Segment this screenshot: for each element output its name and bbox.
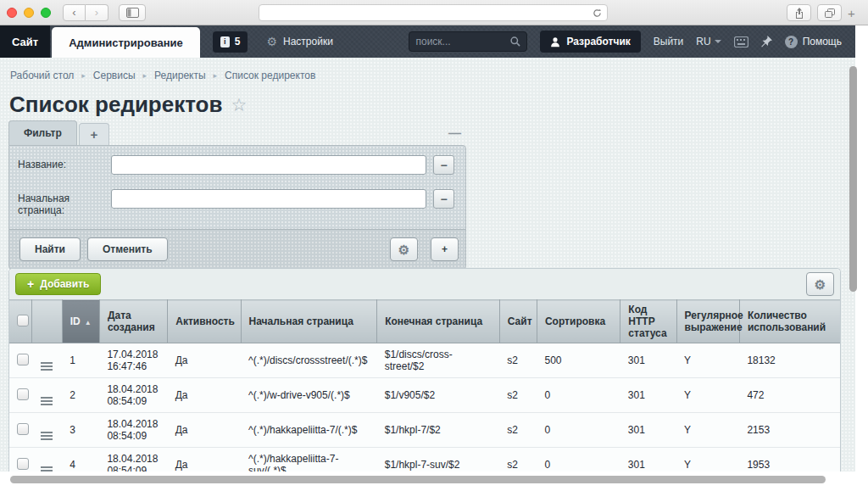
column-header-sort[interactable]: Сортировка (537, 300, 620, 343)
cancel-button[interactable]: Отменить (87, 237, 168, 261)
horizontal-scrollbar-thumb[interactable] (10, 476, 826, 483)
cell-sort: 0 (537, 413, 620, 448)
help-icon: ? (785, 36, 798, 48)
redirects-panel: + Добавить ⚙ ID▲Дата созданияАктивностьН… (8, 268, 841, 483)
cell-from: ^(.*)/hakkapeliitta-7/(.*)$ (241, 413, 377, 448)
breadcrumb-item-redirects[interactable]: Редиректы (154, 70, 205, 81)
cell-id: 3 (62, 413, 99, 448)
filter-tab[interactable]: Фильтр (8, 120, 77, 145)
cell-to: $1/discs/cross-street/$2 (377, 343, 500, 378)
filter-field-label: Начальная страница: (18, 189, 111, 216)
favorite-star-icon[interactable]: ☆ (231, 95, 247, 115)
breadcrumb-separator-icon: ▸ (81, 71, 86, 80)
language-label: RU (696, 36, 710, 47)
settings-label: Настройки (283, 36, 333, 47)
cell-to: $1/v905/$2 (377, 378, 500, 413)
notifications-badge[interactable]: i 5 (213, 31, 248, 53)
redirects-table: ID▲Дата созданияАктивностьНачальная стра… (9, 299, 840, 483)
info-document-icon: i (220, 36, 230, 47)
tab-site[interactable]: Сайт (0, 25, 50, 58)
cell-created: 17.04.2018 16:47:46 (99, 343, 167, 378)
column-header-id[interactable]: ID▲ (62, 300, 99, 343)
gear-icon: ⚙ (815, 278, 826, 291)
row-checkbox[interactable] (17, 458, 29, 470)
column-header-from[interactable]: Начальная страница (241, 300, 377, 343)
remove-filter-field-button[interactable]: − (433, 155, 454, 175)
cell-to: $1/hkpl-7/$2 (377, 413, 500, 448)
column-header-site[interactable]: Сайт (499, 300, 537, 343)
reload-icon[interactable] (593, 8, 602, 18)
plus-icon: + (27, 277, 34, 291)
breadcrumb-item-desktop[interactable]: Рабочий стол (10, 70, 74, 81)
column-header-created[interactable]: Дата создания (99, 300, 167, 343)
column-header-http[interactable]: Код HTTP статуса (620, 300, 676, 343)
row-checkbox[interactable] (17, 354, 29, 365)
help-menu[interactable]: ? Помощь (785, 36, 842, 48)
share-button[interactable] (787, 4, 811, 21)
cell-sort: 500 (537, 343, 620, 378)
tab-administration[interactable]: Администрирование (52, 27, 200, 58)
pin-icon[interactable] (761, 36, 772, 47)
address-input[interactable] (259, 8, 593, 18)
address-bar[interactable] (259, 4, 608, 21)
sidebar-toggle-button[interactable] (119, 4, 146, 21)
settings-menu[interactable]: ⚙ Настройки (266, 36, 332, 47)
grid-settings-button[interactable]: ⚙ (806, 272, 834, 296)
cell-from: ^(.*)/w-drive-v905/(.*)$ (241, 378, 377, 413)
cell-regex: Y (676, 413, 739, 448)
logout-link[interactable]: Выйти (654, 36, 684, 47)
minimize-window-button[interactable] (24, 8, 34, 18)
sidebar-icon (126, 8, 139, 18)
cell-site: s2 (499, 378, 537, 413)
tab-overview-button[interactable] (817, 4, 842, 21)
language-selector[interactable]: RU (696, 36, 721, 47)
vertical-scrollbar-thumb[interactable] (849, 66, 857, 292)
breadcrumb-item-redirect-list[interactable]: Список редиректов (225, 70, 315, 81)
gear-icon: ⚙ (398, 243, 409, 256)
add-filter-tab-button[interactable]: + (79, 123, 109, 145)
row-menu-button[interactable] (41, 362, 53, 364)
notifications-count: 5 (235, 36, 241, 47)
breadcrumb-item-services[interactable]: Сервисы (93, 70, 136, 81)
find-button[interactable]: Найти (19, 237, 81, 261)
row-menu-button[interactable] (41, 432, 53, 433)
row-menu-button[interactable] (41, 466, 53, 468)
add-filter-field-button[interactable]: + (431, 237, 459, 261)
row-menu-button[interactable] (41, 397, 53, 399)
collapse-filter-icon[interactable]: — (448, 126, 461, 140)
column-header-active[interactable]: Активность (168, 300, 241, 343)
filter-settings-button[interactable]: ⚙ (390, 237, 418, 261)
cell-from: ^(.*)/discs/crossstreet/(.*)$ (241, 343, 377, 378)
browser-chrome: ‹ › + (0, 0, 868, 25)
column-header-regex[interactable]: Регулярное выражение (676, 300, 739, 343)
filter-panel: Фильтр + — Название: − Начальная страниц… (8, 120, 466, 270)
column-header-uses[interactable]: Количество использований (739, 300, 840, 343)
remove-filter-field-button[interactable]: − (433, 189, 454, 209)
admin-top-nav: Сайт Администрирование i 5 ⚙ Настройки Р… (0, 25, 855, 58)
browser-forward-button[interactable]: › (86, 4, 108, 21)
user-label: Разработчик (566, 36, 630, 47)
browser-back-button[interactable]: ‹ (63, 4, 86, 21)
cell-uses: 18132 (739, 343, 840, 378)
admin-search[interactable] (409, 31, 527, 52)
table-row: 117.04.2018 16:47:46Да^(.*)/discs/crosss… (9, 343, 840, 378)
breadcrumb-separator-icon: ▸ (214, 71, 218, 80)
cell-site: s2 (499, 343, 537, 378)
user-menu-button[interactable]: Разработчик (540, 31, 640, 53)
hotkeys-keyboard-icon[interactable] (734, 36, 748, 47)
select-all-checkbox[interactable] (17, 315, 29, 326)
zoom-window-button[interactable] (41, 8, 51, 18)
row-checkbox[interactable] (17, 388, 29, 400)
cell-sort: 0 (537, 378, 620, 413)
new-tab-button[interactable]: + (848, 6, 863, 20)
row-checkbox[interactable] (17, 423, 29, 435)
close-window-button[interactable] (7, 8, 17, 18)
filter-source-page-input[interactable] (111, 189, 426, 209)
filter-name-input[interactable] (111, 155, 426, 175)
cell-regex: Y (676, 378, 739, 413)
horizontal-scrollbar[interactable] (0, 471, 855, 491)
cell-site: s2 (499, 413, 537, 448)
add-redirect-button[interactable]: + Добавить (15, 273, 101, 295)
column-header-to[interactable]: Конечная страница (377, 300, 500, 343)
search-input[interactable] (415, 36, 510, 47)
